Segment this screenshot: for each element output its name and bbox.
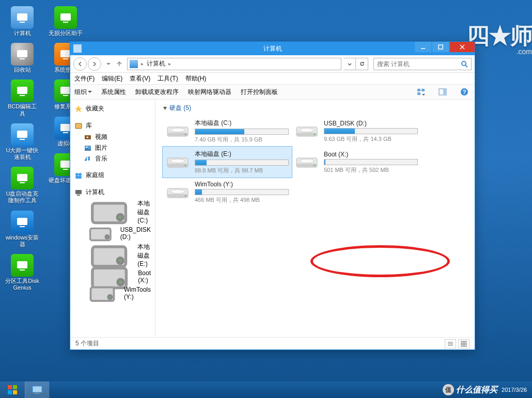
- sidebar-item-label: 视频: [95, 133, 107, 141]
- desktop-icon-partition-assist[interactable]: 无损分区助手: [49, 4, 83, 39]
- back-button[interactable]: [73, 57, 87, 71]
- svg-rect-13: [20, 269, 25, 270]
- titlebar[interactable]: 计算机: [70, 42, 475, 55]
- toolbar-sysprops[interactable]: 系统属性: [101, 88, 126, 97]
- svg-point-44: [117, 214, 123, 220]
- toolbar-mapnet[interactable]: 映射网络驱动器: [188, 88, 231, 97]
- svg-rect-21: [63, 132, 68, 133]
- svg-rect-30: [443, 89, 446, 95]
- bcd-editor-icon: [11, 79, 34, 102]
- svg-rect-40: [75, 176, 82, 179]
- search-icon[interactable]: [461, 60, 468, 68]
- sidebar-libraries[interactable]: 库: [70, 120, 155, 132]
- toolbar-uninstall[interactable]: 卸载或更改程序: [135, 88, 179, 97]
- svg-rect-73: [461, 341, 463, 343]
- search-input[interactable]: [377, 60, 461, 68]
- svg-rect-78: [13, 385, 17, 389]
- svg-rect-20: [60, 124, 71, 131]
- start-button[interactable]: [0, 381, 25, 398]
- drive-icon: [166, 122, 190, 140]
- sidebar-lib-0[interactable]: 视频: [70, 132, 155, 142]
- svg-rect-0: [17, 13, 27, 21]
- sidebar-homegroup[interactable]: 家庭组: [70, 169, 155, 181]
- minimize-button[interactable]: [415, 42, 431, 52]
- taskbar-explorer[interactable]: [25, 381, 50, 398]
- desktop-icon-u-install[interactable]: U大师一键快速装机: [5, 121, 39, 163]
- tray-date[interactable]: 2017/3/26: [502, 387, 527, 393]
- sidebar-item-label: 库: [86, 121, 92, 130]
- drive-4[interactable]: WimTools (Y:) 466 MB 可用，共 498 MB: [163, 178, 292, 207]
- view-tiles-button[interactable]: [458, 339, 470, 348]
- drive-2[interactable]: 本地磁盘 (E:) 88.8 MB 可用，共 98.7 MB: [163, 147, 292, 178]
- toolbar-organize[interactable]: 组织: [74, 88, 92, 97]
- sidebar-favorites[interactable]: 收藏夹: [70, 103, 155, 115]
- breadcrumb-location[interactable]: 计算机: [147, 59, 165, 68]
- desktop-icon-computer[interactable]: 计算机: [5, 4, 39, 39]
- forward-button[interactable]: [88, 57, 101, 71]
- section-header[interactable]: 硬盘 (5): [163, 104, 467, 113]
- help-button[interactable]: ?: [458, 86, 471, 98]
- svg-text:?: ?: [463, 89, 466, 95]
- menu-3[interactable]: 工具(T): [158, 74, 178, 83]
- svg-rect-15: [63, 22, 68, 23]
- smzdm-watermark: 值 什么值得买: [443, 384, 497, 395]
- svg-point-25: [462, 61, 466, 66]
- menu-2[interactable]: 查看(V): [130, 74, 150, 83]
- drive-name: USB_DISK (D:): [324, 120, 418, 127]
- breadcrumb-sep: ▸: [141, 61, 144, 67]
- svg-rect-17: [63, 58, 68, 59]
- svg-rect-23: [63, 169, 68, 170]
- lib-item-icon: [84, 144, 92, 152]
- sidebar: 收藏夹 库 视频图片音乐 家庭组: [70, 100, 155, 337]
- svg-rect-77: [8, 385, 12, 389]
- address-bar[interactable]: ▸ 计算机 ▸: [127, 58, 341, 70]
- toolbar: 组织 系统属性 卸载或更改程序 映射网络驱动器 打开控制面板 ?: [70, 84, 475, 100]
- win-install-icon: [11, 211, 34, 233]
- view-details-button[interactable]: [445, 339, 456, 348]
- svg-rect-14: [60, 13, 71, 21]
- desktop-icon-label: U大师一键快速装机: [5, 147, 39, 161]
- drive-capacity-text: 501 MB 可用，共 502 MB: [324, 166, 418, 174]
- desktop-icon-diskgenius[interactable]: 分区工具DiskGenius: [5, 252, 39, 293]
- svg-point-67: [314, 165, 316, 166]
- maximize-button[interactable]: [432, 42, 449, 52]
- menu-4[interactable]: 帮助(H): [185, 74, 207, 83]
- drive-0[interactable]: 本地磁盘 (C:) 7.40 GB 可用，共 15.9 GB: [163, 116, 292, 147]
- sidebar-item-label: 家庭组: [86, 171, 104, 180]
- explorer-window: 计算机 ▸ 计算机 ▸: [70, 41, 475, 350]
- up-button[interactable]: [114, 58, 125, 70]
- svg-rect-24: [439, 45, 443, 49]
- preview-pane-button[interactable]: [436, 86, 449, 98]
- refresh-button[interactable]: [356, 58, 368, 70]
- drive-3[interactable]: Boot (X:) 501 MB 可用，共 502 MB: [292, 147, 421, 178]
- smzdm-text: 什么值得买: [456, 385, 497, 395]
- sidebar-item-label: 音乐: [95, 154, 107, 163]
- desktop-icon-bcd-editor[interactable]: BCD编辑工具: [5, 77, 39, 119]
- menu-1[interactable]: 编辑(E): [102, 74, 122, 83]
- svg-rect-74: [464, 341, 466, 343]
- sidebar-lib-2[interactable]: 音乐: [70, 153, 155, 164]
- library-icon: [74, 122, 83, 130]
- desktop-icon-win-install[interactable]: windows安装器: [5, 209, 39, 250]
- capacity-bar: [195, 189, 289, 195]
- annotation-circle: [310, 245, 450, 277]
- desktop-icon-recycle-bin[interactable]: 回收站: [5, 41, 39, 75]
- svg-rect-41: [75, 190, 82, 194]
- close-button[interactable]: [450, 42, 475, 52]
- search-box[interactable]: [373, 58, 472, 70]
- sidebar-drive-4[interactable]: WimTools (Y:): [70, 285, 155, 301]
- address-dropdown[interactable]: [343, 58, 356, 70]
- diskgenius-icon: [11, 254, 34, 277]
- sidebar-item-label: Boot (X:): [138, 269, 151, 284]
- menu-0[interactable]: 文件(F): [74, 74, 95, 83]
- toolbar-ctrlpanel[interactable]: 打开控制面板: [241, 88, 278, 97]
- sidebar-lib-1[interactable]: 图片: [70, 142, 155, 153]
- drive-1[interactable]: USB_DISK (D:) 9.63 GB 可用，共 14.3 GB: [292, 116, 421, 147]
- view-options-button[interactable]: [415, 86, 427, 98]
- smzdm-badge: 值: [443, 384, 454, 395]
- drive-icon: [166, 183, 190, 202]
- svg-rect-9: [20, 182, 25, 183]
- desktop-icon-u-boot[interactable]: U盘启动盘克隆制作工具: [5, 165, 39, 206]
- history-dropdown[interactable]: [105, 59, 112, 69]
- taskbar: 值 什么值得买 2017/3/26: [0, 381, 532, 398]
